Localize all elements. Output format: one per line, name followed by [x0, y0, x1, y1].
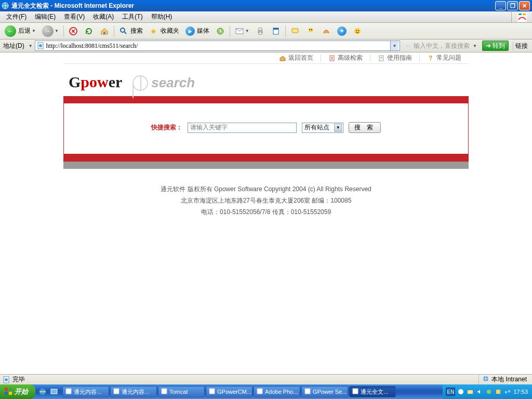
menu-tools[interactable]: 工具(T)	[118, 11, 147, 22]
svg-point-6	[121, 28, 125, 32]
address-dropdown-button[interactable]: ▼	[390, 41, 398, 50]
chevron-down-icon: ▼	[245, 29, 249, 33]
taskbar-task[interactable]: Adobe Pho...	[254, 386, 300, 397]
taskbar-task[interactable]: 通元内容...	[110, 386, 157, 397]
back-button[interactable]: ← 后退 ▼	[2, 24, 38, 38]
search-button[interactable]: 搜索	[116, 24, 145, 38]
task-icon	[352, 388, 359, 396]
ime-hint: ← 输入中文，直接搜索 ▼	[402, 42, 480, 50]
taskbar-task[interactable]: GPowerCM...	[206, 386, 252, 397]
mail-button[interactable]: ▼	[232, 24, 252, 38]
go-button[interactable]: ➔ 转到	[482, 41, 509, 51]
extra-button-1[interactable]	[319, 24, 334, 38]
tray-icon[interactable]	[457, 388, 464, 395]
tray-icon[interactable]	[467, 388, 474, 395]
chevron-down-icon: ▼	[55, 29, 59, 33]
nav-home-label: 返回首页	[288, 54, 313, 62]
app-icon	[1, 2, 9, 10]
taskbar-task[interactable]: 通元内容...	[62, 386, 109, 397]
statusbar: 完毕 本地 Intranet	[0, 374, 532, 384]
task-icon	[161, 388, 168, 396]
taskbar-task[interactable]: GPower Se...	[301, 386, 348, 397]
task-label: 通元内容...	[122, 388, 149, 396]
menu-edit[interactable]: 编辑(E)	[31, 11, 60, 22]
task-label: Adobe Pho...	[265, 389, 298, 395]
menu-file[interactable]: 文件(F)	[2, 11, 31, 22]
task-icon	[113, 388, 120, 396]
task-icon	[65, 388, 72, 396]
svg-point-15	[309, 28, 313, 32]
svg-point-19	[356, 30, 357, 31]
svg-rect-40	[305, 389, 310, 394]
address-input[interactable]	[46, 42, 390, 50]
svg-rect-34	[51, 389, 57, 394]
menu-help[interactable]: 帮助(H)	[147, 11, 177, 22]
red-bar	[63, 154, 469, 162]
print-button[interactable]	[253, 24, 268, 38]
svg-rect-13	[273, 28, 278, 30]
svg-point-17	[311, 29, 312, 30]
minimize-button[interactable]: _	[495, 1, 506, 10]
address-field-wrapper: ▼	[35, 41, 400, 51]
stop-button[interactable]	[66, 24, 81, 38]
windows-logo-icon	[4, 387, 12, 397]
scope-select[interactable]: 所有站点 ▼	[302, 123, 343, 133]
discuss-button[interactable]	[288, 24, 302, 38]
media-button[interactable]: ▸媒体	[183, 24, 212, 38]
language-indicator[interactable]: EN	[446, 388, 455, 396]
taskbar: 开始 通元内容...通元内容...TomcatGPowerCM...Adobe …	[0, 384, 532, 399]
search-input[interactable]	[188, 123, 297, 133]
ql-ie-icon[interactable]	[37, 387, 48, 397]
history-button[interactable]	[213, 24, 228, 38]
taskbar-tasks: 通元内容...通元内容...TomcatGPowerCM...Adobe Pho…	[61, 384, 443, 399]
search-panel: 快捷搜索： 所有站点 ▼ 搜 索	[63, 103, 469, 154]
tray-icon[interactable]	[485, 388, 493, 395]
search-label: 搜索	[130, 26, 143, 35]
menu-view[interactable]: 查看(V)	[60, 11, 89, 22]
svg-rect-3	[523, 14, 526, 15]
taskbar-task[interactable]: 通元全文...	[349, 386, 396, 397]
close-button[interactable]: ✕	[519, 1, 530, 10]
tray-sound-icon[interactable]	[476, 388, 483, 395]
svg-rect-47	[508, 390, 510, 392]
svg-point-16	[309, 29, 310, 30]
refresh-button[interactable]	[82, 24, 96, 38]
start-label: 开始	[15, 387, 28, 396]
page-viewport[interactable]: 返回首页 高级检索 使用指南 ? 常见问题 Gpower search	[0, 52, 532, 374]
clock[interactable]: 17:53	[513, 389, 528, 395]
svg-rect-2	[518, 14, 522, 15]
tray-network-icon[interactable]	[504, 388, 511, 395]
favorites-button[interactable]: ★收藏夹	[147, 24, 182, 38]
addressbar: 地址(D) ▼ ▼ ← 输入中文，直接搜索 ▼ ➔ 转到 链接	[0, 39, 532, 52]
chevron-down-icon: ▼	[473, 44, 477, 48]
nav-advanced[interactable]: 高级检索	[321, 52, 370, 64]
svg-rect-32	[9, 392, 12, 395]
svg-rect-38	[209, 389, 215, 394]
links-label[interactable]: 链接	[513, 42, 530, 50]
tray-icon[interactable]	[495, 388, 502, 395]
scope-selected: 所有站点	[304, 123, 329, 132]
forward-button[interactable]: → ▼	[39, 24, 61, 38]
search-button[interactable]: 搜 索	[349, 122, 380, 133]
nav-faq[interactable]: ? 常见问题	[420, 52, 469, 64]
messenger-button[interactable]	[303, 24, 318, 38]
status-zone-text: 本地 Intranet	[491, 375, 527, 384]
nav-guide[interactable]: 使用指南	[370, 52, 419, 64]
taskbar-task[interactable]: Tomcat	[158, 386, 205, 397]
ql-desktop-icon[interactable]	[49, 387, 59, 397]
home-button[interactable]	[97, 24, 112, 38]
menu-favorites[interactable]: 收藏(A)	[89, 11, 118, 22]
favorites-label: 收藏夹	[161, 26, 179, 35]
edit-button[interactable]	[269, 24, 283, 38]
maximize-button[interactable]: ❐	[507, 1, 518, 10]
svg-rect-46	[505, 391, 507, 393]
start-button[interactable]: 开始	[0, 384, 35, 399]
extra-button-2[interactable]: ✦	[335, 24, 349, 38]
nav-home[interactable]: 返回首页	[272, 52, 321, 64]
go-arrow-icon: ➔	[486, 42, 491, 49]
footer-copyright: 通元软件 版权所有 Gpower Software Copyright 2004…	[63, 183, 469, 195]
back-label: 后退	[18, 26, 31, 35]
globe-icon	[482, 375, 489, 384]
ime-arrow-icon: ←	[405, 42, 411, 49]
extra-button-3[interactable]	[350, 24, 365, 38]
